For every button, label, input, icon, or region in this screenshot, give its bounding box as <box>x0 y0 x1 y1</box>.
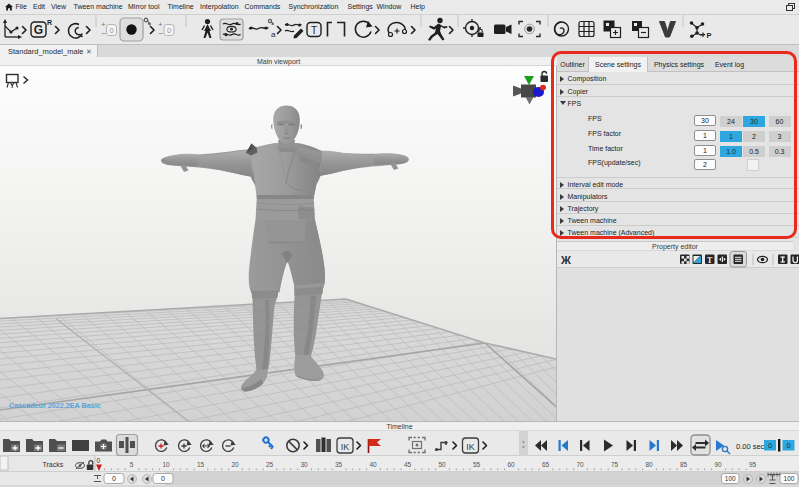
svg-text:95: 95 <box>749 461 757 468</box>
svg-text:0: 0 <box>161 475 165 482</box>
svg-text:0.00 sec: 0.00 sec <box>736 442 765 451</box>
svg-text:Ж: Ж <box>560 254 571 266</box>
svg-text:Cascadeur 2022.2EA Basic: Cascadeur 2022.2EA Basic <box>9 401 101 410</box>
svg-text:−: − <box>102 29 107 38</box>
svg-text:90: 90 <box>714 461 722 468</box>
svg-text:40: 40 <box>369 461 377 468</box>
svg-text:30: 30 <box>300 461 308 468</box>
svg-text:50: 50 <box>438 461 446 468</box>
svg-text:0: 0 <box>109 26 113 35</box>
svg-text:0: 0 <box>167 26 171 35</box>
svg-text:IK: IK <box>466 442 475 452</box>
svg-text:0: 0 <box>97 457 101 464</box>
svg-text:15: 15 <box>197 461 205 468</box>
svg-text:60: 60 <box>507 461 515 468</box>
svg-text:75: 75 <box>611 461 619 468</box>
svg-text:0: 0 <box>768 441 772 450</box>
svg-text:80: 80 <box>645 461 653 468</box>
svg-text:55: 55 <box>473 461 481 468</box>
svg-text:85: 85 <box>680 461 688 468</box>
svg-text:65: 65 <box>542 461 550 468</box>
svg-text:45: 45 <box>404 461 412 468</box>
svg-text:P: P <box>707 31 712 40</box>
svg-text:T: T <box>311 25 317 36</box>
svg-text:35: 35 <box>335 461 343 468</box>
svg-text:100: 100 <box>784 475 795 482</box>
svg-text:10: 10 <box>162 461 170 468</box>
svg-text:0: 0 <box>112 475 116 482</box>
svg-text:25: 25 <box>266 461 274 468</box>
svg-text:Tracks: Tracks <box>43 461 64 468</box>
svg-text:R: R <box>47 19 52 26</box>
svg-text:70: 70 <box>576 461 584 468</box>
svg-text:T: T <box>707 256 713 265</box>
svg-text:+: + <box>101 20 106 29</box>
svg-text:5: 5 <box>130 461 134 468</box>
svg-text:−: − <box>159 29 164 38</box>
svg-text:G: G <box>34 23 43 37</box>
svg-text:IK: IK <box>341 442 350 452</box>
svg-text:+: + <box>158 20 163 29</box>
svg-text:20: 20 <box>231 461 239 468</box>
svg-text:a: a <box>271 30 276 39</box>
svg-text:0: 0 <box>786 441 790 450</box>
svg-text:100: 100 <box>725 475 736 482</box>
